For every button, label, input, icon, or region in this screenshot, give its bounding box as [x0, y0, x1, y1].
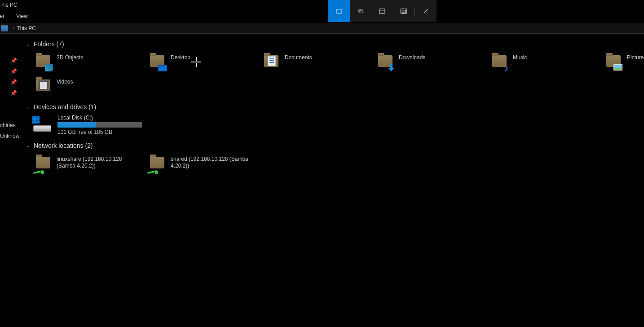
network-label: shared (192.168.10.128 (Samba 4.20.2)) — [171, 155, 251, 169]
snip-fullscreen-button[interactable] — [393, 0, 415, 22]
drive-usage-bar — [57, 122, 142, 128]
fullscreen-snip-icon — [400, 7, 408, 15]
folder-label: Desktop — [171, 53, 190, 61]
svg-rect-1 — [379, 9, 385, 13]
folder-videos[interactable]: Videos — [32, 76, 146, 97]
breadcrumb-location[interactable]: This PC — [17, 25, 36, 31]
ribbon-tab-view[interactable]: View — [16, 12, 28, 20]
folder-desktop[interactable]: Desktop — [146, 52, 260, 73]
section-title-folders: Folders (7) — [34, 40, 64, 48]
folder-documents[interactable]: Documents — [260, 52, 375, 73]
section-header-drives[interactable]: ⌄ Devices and drives (1) — [22, 101, 644, 113]
folder-music[interactable]: Music — [489, 52, 603, 73]
snip-freeform-button[interactable] — [350, 0, 371, 22]
snip-rectangular-button[interactable] — [328, 0, 350, 22]
drive-icon — [32, 116, 52, 132]
drive-label: Local Disk (C:) — [57, 115, 142, 121]
folder-label: Music — [513, 53, 527, 61]
window-title: This PC — [0, 2, 18, 8]
this-pc-icon — [1, 25, 8, 31]
content-pane: ⌄ Folders (7) 3D Objects Desktop Documen… — [22, 34, 644, 327]
pin-icon: 📌 — [10, 68, 17, 75]
ribbon-tab-computer[interactable]: ter — [0, 12, 4, 20]
section-header-network[interactable]: ⌄ Network locations (2) — [22, 140, 644, 151]
folder-icon — [35, 78, 52, 95]
chevron-down-icon: ⌄ — [26, 143, 30, 149]
folder-label: Documents — [285, 53, 312, 61]
folder-label: Videos — [57, 78, 73, 85]
ribbon-tabs: ter View — [0, 10, 644, 22]
chevron-down-icon: ⌄ — [26, 41, 30, 47]
quick-access-pin-3[interactable]: 📌 — [0, 77, 22, 88]
rectangle-snip-icon — [335, 7, 343, 15]
network-location-linuxshare[interactable]: linuxshare (192.168.10.128 (Samba 4.20.2… — [32, 153, 146, 175]
drive-local-disk-c[interactable]: Local Disk (C:) 101 GB free of 185 GB — [22, 113, 644, 137]
section-title-drives: Devices and drives (1) — [34, 103, 96, 110]
close-icon — [422, 7, 430, 15]
folder-label: 3D Objects — [57, 53, 83, 61]
navigation-pane[interactable]: 📌 📌 📌 📌 chines Unknow — [0, 34, 22, 327]
folder-icon — [491, 53, 508, 71]
network-location-shared[interactable]: shared (192.168.10.128 (Samba 4.20.2)) — [146, 153, 260, 175]
quick-access-pin-2[interactable]: 📌 — [0, 66, 22, 77]
nav-item-unknown[interactable]: Unknow — [0, 131, 22, 141]
pin-icon: 📌 — [10, 90, 17, 96]
folder-pictures[interactable]: Pictures — [603, 52, 644, 73]
folder-icon — [605, 53, 622, 71]
title-bar: This PC — [0, 0, 644, 10]
breadcrumb-chevron-icon[interactable]: › — [13, 26, 14, 31]
nav-item-machines[interactable]: chines — [0, 120, 22, 131]
network-folder-icon — [35, 155, 52, 172]
quick-access-pin-1[interactable]: 📌 — [0, 55, 22, 66]
snip-window-button[interactable] — [371, 0, 393, 22]
folder-icon — [35, 53, 52, 71]
folder-label: Downloads — [399, 53, 425, 61]
quick-access-pin-4[interactable]: 📌 — [0, 88, 22, 98]
section-header-folders[interactable]: ⌄ Folders (7) — [22, 38, 644, 50]
section-title-network: Network locations (2) — [34, 142, 93, 149]
folder-downloads[interactable]: Downloads — [375, 52, 489, 73]
folders-grid: 3D Objects Desktop Documents Downloads M… — [22, 52, 644, 97]
network-label: linuxshare (192.168.10.128 (Samba 4.20.2… — [57, 155, 137, 169]
chevron-down-icon: ⌄ — [26, 104, 30, 110]
folder-label: Pictures — [627, 53, 644, 61]
folder-icon — [377, 53, 394, 71]
svg-rect-4 — [402, 10, 406, 12]
drive-free-text: 101 GB free of 185 GB — [57, 129, 142, 135]
pin-icon: 📌 — [10, 57, 17, 64]
svg-rect-0 — [336, 9, 342, 13]
folder-icon — [263, 53, 280, 71]
snipping-toolbar — [328, 0, 437, 22]
address-bar[interactable]: › This PC — [0, 22, 644, 34]
freeform-snip-icon — [357, 7, 365, 15]
network-folder-icon — [149, 155, 166, 172]
window-snip-icon — [378, 7, 386, 15]
snip-close-button[interactable] — [415, 0, 437, 22]
folder-icon — [149, 53, 166, 71]
folder-3d-objects[interactable]: 3D Objects — [32, 52, 146, 73]
pin-icon: 📌 — [10, 79, 17, 85]
network-grid: linuxshare (192.168.10.128 (Samba 4.20.2… — [22, 153, 644, 175]
svg-rect-3 — [401, 9, 407, 13]
